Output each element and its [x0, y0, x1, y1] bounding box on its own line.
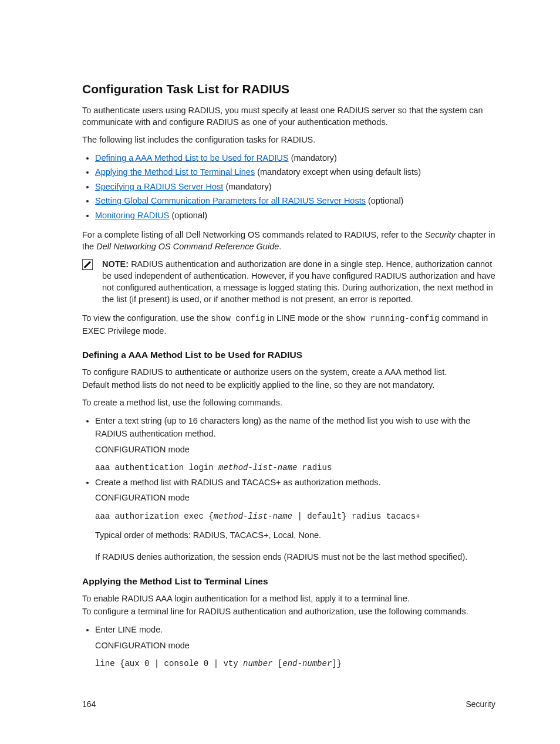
command-block: aaa authentication login method-list-nam…	[95, 462, 495, 475]
page-title: Configuration Task List for RADIUS	[82, 82, 495, 96]
note-label: NOTE:	[102, 259, 131, 269]
task-suffix: (optional)	[170, 211, 207, 220]
reference-paragraph: For a complete listing of all Dell Netwo…	[82, 229, 495, 252]
step-list: Enter LINE mode. CONFIGURATION mode line…	[82, 623, 495, 671]
task-link[interactable]: Specifying a RADIUS Server Host	[95, 182, 223, 191]
section-paragraph: To enable RADIUS AAA login authenticatio…	[82, 593, 495, 604]
task-suffix: (optional)	[366, 196, 403, 205]
task-suffix: (mandatory)	[289, 153, 337, 163]
intro-paragraph-2: The following list includes the configur…	[82, 134, 495, 146]
step-list: Enter a text string (up to 16 characters…	[82, 414, 495, 564]
chapter-name: Security	[465, 699, 495, 709]
task-link[interactable]: Setting Global Communication Parameters …	[95, 196, 366, 205]
section-heading: Applying the Method List to Terminal Lin…	[82, 576, 495, 587]
page-number: 164	[82, 699, 96, 709]
page-footer: 164 Security	[82, 699, 495, 709]
command-block: aaa authorization exec {method-list-name…	[95, 510, 495, 523]
task-suffix: (mandatory except when using default lis…	[255, 167, 421, 177]
step-note: If RADIUS denies authorization, the sess…	[95, 550, 495, 563]
command-placeholder: number	[243, 659, 272, 668]
command-placeholder: method-list-name	[218, 463, 297, 472]
step-item: Enter LINE mode. CONFIGURATION mode line…	[95, 623, 495, 671]
section-paragraph: To configure a terminal line for RADIUS …	[82, 606, 495, 617]
task-item: Defining a AAA Method List to be Used fo…	[95, 151, 495, 164]
task-link[interactable]: Monitoring RADIUS	[95, 211, 170, 220]
step-item: Enter a text string (up to 16 characters…	[95, 414, 495, 475]
config-mode-label: CONFIGURATION mode	[95, 491, 495, 504]
step-item: Create a method list with RADIUS and TAC…	[95, 476, 495, 564]
intro-paragraph-1: To authenticate users using RADIUS, you …	[82, 104, 495, 128]
task-item: Applying the Method List to Terminal Lin…	[95, 165, 495, 178]
section-paragraph: Default method lists do not need to be e…	[82, 379, 495, 391]
note-text: NOTE: RADIUS authentication and authoriz…	[102, 258, 495, 305]
ref-italic: Security	[424, 230, 455, 239]
section-heading: Defining a AAA Method List to be Used fo…	[82, 350, 495, 360]
task-suffix: (mandatory)	[223, 182, 271, 191]
task-item: Setting Global Communication Parameters …	[95, 194, 495, 207]
command-placeholder: method-list-name	[214, 512, 292, 521]
inline-command: show running-config	[346, 314, 440, 323]
view-config-paragraph: To view the configuration, use the show …	[82, 312, 495, 336]
config-mode-label: CONFIGURATION mode	[95, 639, 495, 652]
ref-italic: Dell Networking OS Command Reference Gui…	[96, 242, 279, 251]
task-item: Specifying a RADIUS Server Host (mandato…	[95, 180, 495, 193]
step-note: Typical order of methods: RADIUS, TACACS…	[95, 529, 495, 542]
section-paragraph: To configure RADIUS to authenticate or a…	[82, 366, 495, 378]
task-link[interactable]: Defining a AAA Method List to be Used fo…	[95, 153, 289, 163]
config-mode-label: CONFIGURATION mode	[95, 443, 495, 456]
note-body: RADIUS authentication and authorization …	[102, 259, 495, 304]
section-paragraph: To create a method list, use the followi…	[82, 397, 495, 408]
command-block: line {aux 0 | console 0 | vty number [en…	[95, 658, 495, 671]
task-list: Defining a AAA Method List to be Used fo…	[82, 151, 495, 222]
inline-command: show config	[211, 314, 265, 323]
task-link[interactable]: Applying the Method List to Terminal Lin…	[95, 167, 255, 177]
note-icon	[82, 259, 93, 270]
note-block: NOTE: RADIUS authentication and authoriz…	[82, 258, 495, 305]
task-item: Monitoring RADIUS (optional)	[95, 209, 495, 222]
command-placeholder: end-number	[282, 659, 332, 668]
